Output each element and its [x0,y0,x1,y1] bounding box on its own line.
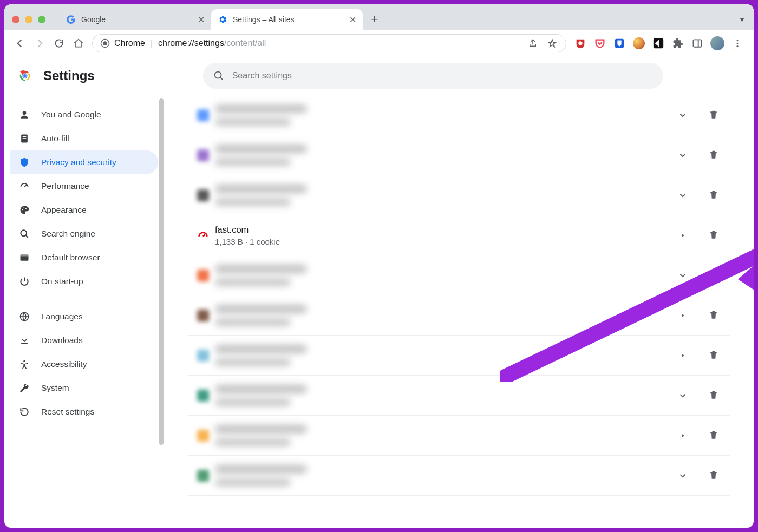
site-favicon-icon [191,270,215,281]
site-row[interactable] [188,376,730,416]
extension-ublock-icon[interactable] [574,37,587,50]
site-row[interactable] [188,95,730,135]
expand-row-button[interactable] [670,182,696,208]
sidebar-item-languages[interactable]: Languages [10,305,158,329]
close-window-button[interactable] [12,16,19,23]
sidebar-item-label: On start-up [41,277,83,286]
tabs-dropdown-icon[interactable]: ▾ [740,15,744,24]
site-row[interactable]: fast.com1,133 B · 1 cookie [188,215,730,255]
close-tab-icon[interactable]: ✕ [349,15,356,25]
tab-strip: Google ✕ Settings – All sites ✕ + ▾ [4,4,754,30]
delete-site-button[interactable] [701,142,727,168]
tab-title: Settings – All sites [233,15,295,24]
omnibox-url-prefix: chrome://settings [158,38,224,48]
site-row[interactable] [188,456,730,496]
site-favicon-icon [191,149,215,161]
tab-settings[interactable]: Settings – All sites ✕ [211,9,363,30]
sidebar-item-search-engine[interactable]: Search engine [10,222,158,246]
sidebar-item-label: System [41,383,69,393]
bookmark-star-icon[interactable] [546,37,558,49]
sidebar-item-auto-fill[interactable]: Auto-fill [10,127,158,150]
settings-search-input[interactable] [232,71,654,81]
expand-row-button[interactable] [670,423,696,449]
globe-icon [18,311,30,322]
extension-pocket-icon[interactable] [593,37,606,50]
divider [698,385,698,406]
address-bar[interactable]: Chrome | chrome://settings/content/all [92,34,566,52]
delete-site-button[interactable] [701,102,727,128]
site-row[interactable] [188,416,730,456]
delete-site-button[interactable] [701,182,727,208]
delete-site-button[interactable] [701,423,727,449]
sidebar-item-default-browser[interactable]: Default browser [10,246,158,270]
delete-site-button[interactable] [701,463,727,489]
extension-icon[interactable] [652,37,665,50]
svg-point-6 [737,40,739,41]
maximize-window-button[interactable] [38,16,45,23]
sidebar-item-downloads[interactable]: Downloads [10,329,158,352]
site-row[interactable] [188,175,730,215]
site-favicon-icon [191,350,215,362]
delete-site-button[interactable] [701,222,727,248]
sidebar-item-accessibility[interactable]: Accessibility [10,352,158,376]
sidebar-item-label: Auto-fill [41,134,69,143]
share-icon[interactable] [527,37,539,49]
site-title: fast.com [215,225,670,235]
minimize-window-button[interactable] [25,16,32,23]
expand-row-button[interactable] [670,303,696,329]
close-tab-icon[interactable]: ✕ [198,15,205,25]
site-favicon-icon [191,189,215,201]
settings-search[interactable] [203,63,663,89]
sidebar-item-appearance[interactable]: Appearance [10,198,158,222]
expand-row-button[interactable] [670,343,696,369]
extension-bitwarden-icon[interactable] [613,37,626,50]
traffic-lights [12,16,45,23]
browser-icon [18,252,30,263]
expand-row-button[interactable] [670,102,696,128]
extensions-puzzle-icon[interactable] [671,37,684,50]
delete-site-button[interactable] [701,383,727,409]
delete-site-button[interactable] [701,262,727,288]
site-row[interactable] [188,255,730,295]
site-row[interactable] [188,336,730,376]
a11y-icon [18,359,30,370]
home-button[interactable] [73,37,84,49]
sidebar-item-label: Appearance [41,205,87,215]
overflow-menu-icon[interactable] [731,37,744,50]
sidebar-item-system[interactable]: System [10,376,158,400]
sidepanel-icon[interactable] [691,37,704,50]
search-icon [213,70,225,82]
palette-icon [18,205,30,215]
sidebar-item-privacy-and-security[interactable]: Privacy and security [10,150,158,174]
sidebar-item-label: Privacy and security [41,157,116,167]
expand-row-button[interactable] [670,383,696,409]
delete-site-button[interactable] [701,303,727,329]
tab-google[interactable]: Google ✕ [60,9,211,30]
site-row[interactable] [188,135,730,175]
extension-icon[interactable] [632,37,645,50]
back-button[interactable] [14,37,26,49]
expand-row-button[interactable] [670,142,696,168]
scrollbar-thumb[interactable] [159,98,164,445]
divider [698,425,698,446]
sidebar-item-you-and-google[interactable]: You and Google [10,103,158,127]
expand-row-button[interactable] [670,463,696,489]
sidebar-item-reset-settings[interactable]: Reset settings [10,400,158,424]
reload-button[interactable] [53,37,65,49]
settings-sidebar: You and GoogleAuto-fillPrivacy and secur… [4,95,164,528]
sidebar-item-performance[interactable]: Performance [10,174,158,198]
divider [698,145,698,166]
sidebar-item-on-start-up[interactable]: On start-up [10,270,158,293]
expand-row-button[interactable] [670,222,696,248]
shield-icon [18,157,30,168]
profile-avatar[interactable] [710,36,724,50]
expand-row-button[interactable] [670,262,696,288]
new-tab-button[interactable]: + [366,12,383,27]
tab-title: Google [81,15,106,24]
forward-button[interactable] [34,37,45,49]
delete-site-button[interactable] [701,343,727,369]
site-info-icon[interactable]: Chrome [100,38,145,48]
chrome-logo-icon [17,68,32,83]
site-row[interactable] [188,295,730,336]
svg-rect-16 [23,136,27,137]
